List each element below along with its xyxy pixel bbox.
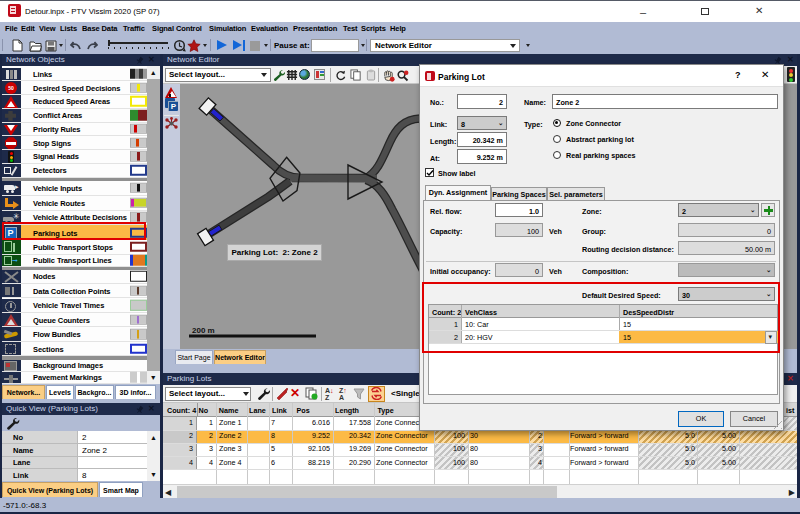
svg-text:200 m: 200 m (192, 326, 215, 335)
